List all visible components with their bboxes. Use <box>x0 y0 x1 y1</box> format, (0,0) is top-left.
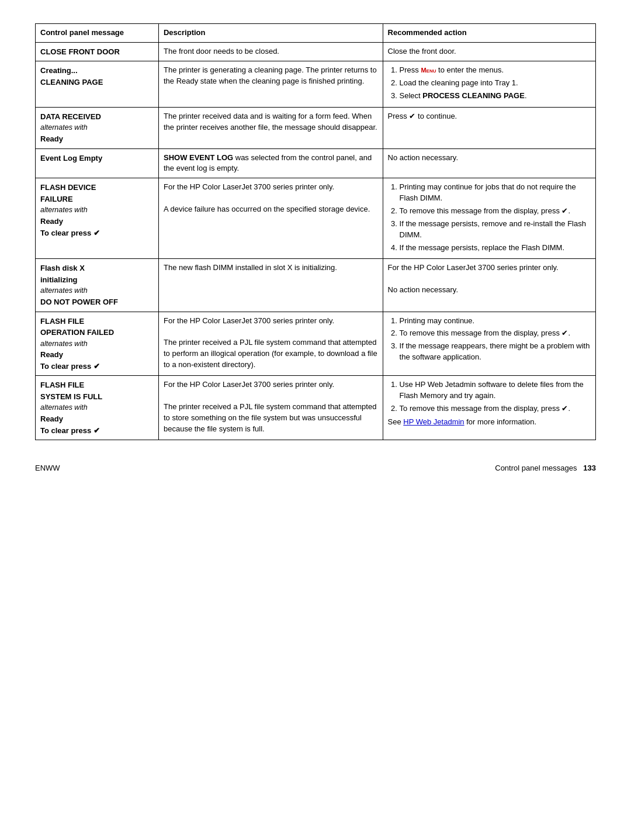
action-cell: Press Menu to enter the menus.Load the c… <box>383 61 595 108</box>
control-line: Flash disk X <box>40 262 154 274</box>
table-row: FLASH DEVICEFAILUREalternates withReadyT… <box>36 178 596 259</box>
action-cell: Close the front door. <box>383 42 595 61</box>
control-line: To clear press ✔ <box>40 425 154 437</box>
action-list: Press Menu to enter the menus.Load the c… <box>397 65 591 102</box>
footer-page-info: Control panel messages 133 <box>495 464 596 472</box>
table-row: DATA RECEIVEDalternates withReadyThe pri… <box>36 107 596 148</box>
description-cell: For the HP Color LaserJet 3700 series pr… <box>158 312 383 376</box>
page-footer: ENWW Control panel messages 133 <box>35 464 596 472</box>
action-list: Printing may continue for jobs that do n… <box>397 182 591 253</box>
header-description: Description <box>158 24 383 43</box>
control-line: To clear press ✔ <box>40 361 154 372</box>
action-item: To remove this message from the display,… <box>400 403 591 414</box>
table-row: Flash disk Xinitializingalternates withD… <box>36 259 596 312</box>
action-item: If the message reappears, there might be… <box>400 341 591 363</box>
footer-page-number: 133 <box>583 464 596 472</box>
description-cell: The printer received data and is waiting… <box>158 107 383 148</box>
description-cell: SHOW EVENT LOG was selected from the con… <box>158 148 383 178</box>
control-line: DATA RECEIVED <box>40 111 154 123</box>
description-cell: The front door needs to be closed. <box>158 42 383 61</box>
action-cell: Press ✔ to continue. <box>383 107 595 148</box>
description-cell: For the HP Color LaserJet 3700 series pr… <box>158 178 383 259</box>
action-item: Use HP Web Jetadmin software to delete f… <box>400 379 591 402</box>
control-line: FLASH DEVICE <box>40 182 154 193</box>
table-row: Event Log EmptySHOW EVENT LOG was select… <box>36 148 596 178</box>
action-list: Use HP Web Jetadmin software to delete f… <box>397 379 591 414</box>
control-cell: Flash disk Xinitializingalternates withD… <box>36 259 159 312</box>
control-line: Ready <box>40 349 154 361</box>
control-panel-messages-table: Control panel message Description Recomm… <box>35 23 596 440</box>
action-item: To remove this message from the display,… <box>400 328 591 339</box>
control-line: FLASH FILE <box>40 316 154 327</box>
description-cell: The printer is generating a cleaning pag… <box>158 61 383 108</box>
control-line: FAILURE <box>40 193 154 205</box>
description-cell: The new flash DIMM installed in slot X i… <box>158 259 383 312</box>
action-item: Printing may continue for jobs that do n… <box>400 182 591 204</box>
control-line: Creating... <box>40 65 154 77</box>
control-cell: CLOSE FRONT DOOR <box>36 42 159 61</box>
action-cell: Use HP Web Jetadmin software to delete f… <box>383 376 595 440</box>
action-item: To remove this message from the display,… <box>400 206 591 217</box>
table-row: Creating...CLEANING PAGEThe printer is g… <box>36 61 596 108</box>
action-cell: Printing may continue for jobs that do n… <box>383 178 595 259</box>
footer-enww: ENWW <box>35 464 60 472</box>
control-line: To clear press ✔ <box>40 227 154 239</box>
control-line: OPERATION FAILED <box>40 327 154 338</box>
action-item: If the message persists, remove and re-i… <box>400 219 591 241</box>
description-cell: For the HP Color LaserJet 3700 series pr… <box>158 376 383 440</box>
control-line: alternates with <box>40 402 154 413</box>
control-line: initializing <box>40 274 154 286</box>
header-control: Control panel message <box>36 24 159 43</box>
action-item: Select PROCESS CLEANING PAGE. <box>400 91 591 102</box>
control-line: Ready <box>40 413 154 425</box>
action-cell: No action necessary. <box>383 148 595 178</box>
control-line: Ready <box>40 133 154 145</box>
control-cell: FLASH DEVICEFAILUREalternates withReadyT… <box>36 178 159 259</box>
control-line: Event Log Empty <box>40 153 154 164</box>
control-line: FLASH FILE <box>40 379 154 391</box>
action-cell: For the HP Color LaserJet 3700 series pr… <box>383 259 595 312</box>
header-action: Recommended action <box>383 24 595 43</box>
action-item: Printing may continue. <box>400 316 591 327</box>
control-cell: DATA RECEIVEDalternates withReady <box>36 107 159 148</box>
control-cell: Creating...CLEANING PAGE <box>36 61 159 108</box>
control-line: CLEANING PAGE <box>40 77 154 88</box>
table-row: FLASH FILESYSTEM IS FULLalternates withR… <box>36 376 596 440</box>
action-list: Printing may continue.To remove this mes… <box>397 316 591 363</box>
control-line: alternates with <box>40 205 154 216</box>
control-line: DO NOT POWER OFF <box>40 296 154 308</box>
action-item: If the message persists, replace the Fla… <box>400 243 591 254</box>
control-cell: FLASH FILEOPERATION FAILEDalternates wit… <box>36 312 159 376</box>
control-line: alternates with <box>40 338 154 350</box>
action-suffix: See HP Web Jetadmin for more information… <box>388 417 591 428</box>
control-cell: Event Log Empty <box>36 148 159 178</box>
control-cell: FLASH FILESYSTEM IS FULLalternates withR… <box>36 376 159 440</box>
control-line: alternates with <box>40 122 154 133</box>
action-cell: Printing may continue.To remove this mes… <box>383 312 595 376</box>
control-line: alternates with <box>40 285 154 296</box>
table-row: FLASH FILEOPERATION FAILEDalternates wit… <box>36 312 596 376</box>
control-line: Ready <box>40 216 154 227</box>
table-row: CLOSE FRONT DOORThe front door needs to … <box>36 42 596 61</box>
action-item: Load the cleaning page into Tray 1. <box>400 78 591 89</box>
control-line: SYSTEM IS FULL <box>40 391 154 403</box>
action-item: Press Menu to enter the menus. <box>400 65 591 76</box>
footer-label: Control panel messages <box>495 464 577 472</box>
control-line: CLOSE FRONT DOOR <box>40 46 154 58</box>
